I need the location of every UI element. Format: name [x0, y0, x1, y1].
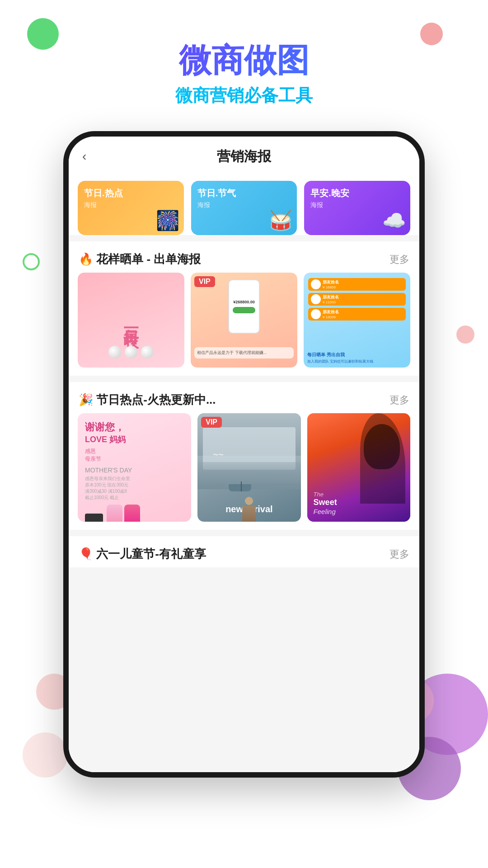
sweet-title: Sweet — [314, 498, 337, 508]
sales-row-3: 朋友姓名 ¥ 13000 — [308, 308, 406, 321]
back-button[interactable]: ‹ — [82, 149, 86, 164]
figure-2 — [124, 505, 140, 522]
vip-green-btn — [233, 307, 255, 313]
section-header-showcase: 🔥 花样晒单 - 出单海报 更多 — [69, 241, 419, 273]
section-more-childrens[interactable]: 更多 — [389, 547, 409, 561]
cat-icon-1: 🥁 — [269, 209, 292, 231]
section-more-festival[interactable]: 更多 — [389, 393, 409, 407]
mothers-desc: 感恩母亲来我们生命里原本100元 现在300元满300减30 满100减8截止1… — [85, 476, 184, 501]
cat-sub-0: 海报 — [84, 201, 178, 209]
section-title-showcase: 🔥 花样晒单 - 出单海报 — [79, 251, 201, 267]
vip-badge-chat: VIP — [194, 276, 215, 287]
deco-blob-pink-mid — [456, 326, 474, 344]
cat-title-1: 节日.节气 — [197, 187, 291, 199]
cat-icon-2: ☁️ — [382, 209, 406, 231]
arrival-figure — [238, 497, 260, 522]
deco-blob-green-mid — [23, 253, 40, 270]
arrival-birds: 〜〜 — [213, 451, 224, 459]
section-title-festival: 🎉 节日热点-火热更新中... — [79, 392, 216, 408]
sweet-text-block: The Sweet Feeling — [314, 491, 337, 515]
category-card-festival-solar[interactable]: 节日.节气 海报 🥁 — [191, 181, 297, 235]
product-card-daily[interactable]: 每日一收 — [78, 273, 184, 368]
figure-body — [242, 506, 256, 522]
sales-footer: 每日晒单 秀出自我 加入我的团队 宝妈也可以兼职和拓展大钱 — [307, 352, 407, 364]
phone-mockup: ‹ 营销海报 节日.热点 海报 🎆 节日.节气 海报 🥁 早安.晚安 海 — [63, 131, 425, 778]
cat-icon-0: 🎆 — [156, 209, 179, 231]
silhouette-head — [364, 424, 400, 469]
vip-phone-icon: ¥268800.00 — [228, 279, 260, 334]
sales-row-1: 朋友姓名 ¥ 16800 — [308, 278, 406, 291]
mothers-footer — [85, 505, 184, 522]
product-grid-showcase: 每日一收 VIP ¥268800.00 — [69, 273, 419, 376]
category-card-festival-hot[interactable]: 节日.热点 海报 🎆 — [78, 181, 184, 235]
sales-row-2: 朋友姓名 ¥ 11000 — [308, 293, 406, 306]
sales-info-3: 朋友姓名 ¥ 13000 — [323, 309, 403, 319]
arrival-mast — [241, 481, 242, 491]
chat-area: 相信产品永远是力于 下载代理就能赚... — [194, 347, 294, 359]
sales-avatar-3 — [311, 309, 321, 319]
sweet-feeling: Feeling — [314, 508, 337, 515]
festival-grid: 谢谢您， LOVE 妈妈 感恩母亲节 MOTHER'S DAY 感恩母亲来我们生… — [69, 413, 419, 530]
app-title-main: 微商做图 — [0, 41, 488, 80]
cat-sub-1: 海报 — [197, 201, 291, 209]
page-title: 营销海报 — [217, 147, 271, 166]
product-card-sales[interactable]: 朋友姓名 ¥ 16800 朋友姓名 ¥ 11000 — [304, 273, 410, 368]
cat-sub-2: 海报 — [310, 201, 404, 209]
card-daily-balls — [108, 346, 154, 359]
figure-1 — [107, 505, 122, 522]
ball-2 — [125, 346, 137, 359]
category-row: 节日.热点 海报 🎆 节日.节气 海报 🥁 早安.晚安 海报 ☁️ — [69, 172, 419, 235]
sweet-the: The — [314, 491, 337, 498]
section-title-childrens: 🎈 六一儿童节-有礼童享 — [79, 546, 206, 562]
section-header-childrens: 🎈 六一儿童节-有礼童享 更多 — [69, 536, 419, 567]
title-section: 微商做图 微商营销必备工具 — [0, 41, 488, 107]
cat-title-2: 早安.晚安 — [310, 187, 404, 199]
mothers-title: 谢谢您， — [85, 420, 184, 434]
deco-blob-pink-bl3 — [23, 732, 68, 778]
ball-1 — [108, 346, 121, 359]
app-title-sub: 微商营销必备工具 — [0, 84, 488, 107]
mothers-gan: 感恩母亲节 — [85, 448, 184, 463]
category-card-good-morning[interactable]: 早安.晚安 海报 ☁️ — [304, 181, 410, 235]
sales-info-1: 朋友姓名 ¥ 16800 — [323, 279, 403, 289]
arrival-boat — [229, 484, 251, 491]
mothers-qr-code — [85, 514, 103, 522]
mothers-day-label: MOTHER'S DAY — [85, 467, 184, 474]
mothers-love: LOVE 妈妈 — [85, 434, 184, 445]
cat-title-0: 节日.热点 — [84, 187, 178, 199]
phone-scroll: 节日.热点 海报 🎆 节日.节气 海报 🥁 早安.晚安 海报 ☁️ 🔥 花样晒单… — [69, 172, 419, 772]
chat-text: 相信产品永远是力于 下载代理就能赚... — [194, 347, 294, 359]
sales-info-2: 朋友姓名 ¥ 11000 — [323, 294, 403, 304]
product-card-vip-chat[interactable]: VIP ¥268800.00 相信产品永远是力于 下载代理就能赚... — [191, 273, 297, 368]
card-daily-text: 每日一收 — [121, 316, 141, 324]
festival-card-sweet[interactable]: The Sweet Feeling — [307, 413, 410, 522]
mothers-figures — [107, 505, 140, 522]
festival-card-mothers[interactable]: 谢谢您， LOVE 妈妈 感恩母亲节 MOTHER'S DAY 感恩母亲来我们生… — [78, 413, 191, 522]
ball-3 — [141, 346, 154, 359]
figure-head — [245, 497, 253, 505]
section-more-showcase[interactable]: 更多 — [389, 253, 409, 266]
sales-avatar-2 — [311, 294, 321, 304]
vip-badge-arrival: VIP — [201, 417, 222, 428]
section-header-festival: 🎉 节日热点-火热更新中... 更多 — [69, 382, 419, 413]
phone-header: ‹ 营销海报 — [69, 137, 419, 172]
sales-avatar-1 — [311, 279, 321, 289]
phone-content: ‹ 营销海报 节日.热点 海报 🎆 节日.节气 海报 🥁 早安.晚安 海 — [69, 137, 419, 772]
festival-card-new-arrival[interactable]: VIP 〜〜 new arriv — [197, 413, 300, 522]
